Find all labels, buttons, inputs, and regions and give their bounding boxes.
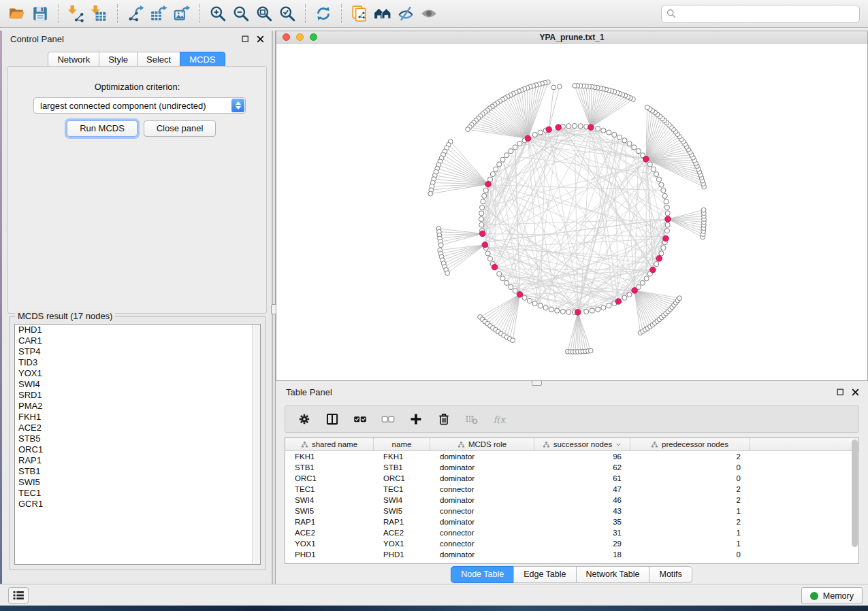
node-table[interactable]: shared namenameMCDS rolesuccessor nodesp… — [285, 437, 859, 564]
control-panel-title: Control Panel — [10, 34, 64, 44]
table-row[interactable]: FKH1FKH1dominator962 — [285, 451, 858, 462]
table-panel-tabs: Node TableEdge TableNetwork TableMotifs — [276, 566, 868, 583]
minimize-window-light[interactable] — [296, 33, 304, 41]
table-toolbar: f(x) — [285, 406, 859, 433]
list-icon — [12, 591, 25, 600]
import-network-from-file-icon[interactable] — [65, 3, 88, 24]
task-history-button[interactable] — [8, 587, 29, 604]
table-row[interactable]: ACE2ACE2connector311 — [285, 527, 858, 538]
search-box — [661, 5, 860, 23]
mcds-result-item[interactable]: CAR1 — [15, 335, 260, 346]
search-input[interactable] — [661, 5, 860, 23]
mcds-result-item[interactable]: SWI4 — [15, 379, 260, 390]
optimization-criterion-label: Optimization criterion: — [8, 82, 266, 92]
zoom-fit-content-icon[interactable] — [253, 3, 276, 24]
refresh-view-icon[interactable] — [312, 3, 335, 24]
select-all-checkboxes-icon[interactable] — [352, 411, 368, 427]
table-scrollbar[interactable] — [852, 440, 858, 547]
toolbar-separator — [117, 4, 118, 23]
desktop-wallpaper-bottom — [0, 606, 868, 611]
save-session-icon[interactable] — [29, 3, 52, 24]
add-column-icon[interactable] — [408, 411, 424, 427]
run-mcds-button[interactable]: Run MCDS — [67, 120, 138, 137]
control-panel: Control Panel NetworkStyleSelectMCDS Opt… — [2, 31, 272, 584]
mcds-result-item[interactable]: GCR1 — [15, 499, 260, 510]
toolbar-separator — [58, 4, 59, 23]
close-panel-icon[interactable] — [256, 35, 265, 44]
hide-selected-icon[interactable] — [394, 3, 417, 24]
export-network-icon[interactable] — [124, 3, 147, 24]
export-table-icon[interactable] — [147, 3, 170, 24]
close-window-light[interactable] — [283, 33, 290, 41]
close-panel-button[interactable]: Close panel — [144, 120, 216, 137]
mcds-result-item[interactable]: STB5 — [15, 433, 260, 444]
mcds-result-group: MCDS result (17 nodes) PHD1CAR1STP4TID3Y… — [9, 316, 266, 570]
zoom-in-icon[interactable] — [206, 3, 229, 24]
memory-button[interactable]: Memory — [801, 587, 863, 604]
mcds-pane: Optimization criterion: largest connecte… — [7, 66, 267, 314]
network-view-window: YPA_prune.txt_1 — [276, 31, 868, 381]
tab-network-table[interactable]: Network Table — [576, 566, 650, 583]
mcds-result-item[interactable]: SRD1 — [15, 390, 260, 401]
mcds-result-item[interactable]: STP4 — [15, 346, 260, 357]
zoom-out-icon[interactable] — [229, 3, 253, 24]
import-table-from-file-icon[interactable] — [88, 3, 111, 24]
mcds-result-title: MCDS result (17 nodes) — [15, 311, 115, 321]
column-header-name[interactable]: name — [374, 438, 430, 450]
zoom-selected-region-icon[interactable] — [276, 3, 299, 24]
table-row[interactable]: SWI4SWI4dominator462 — [285, 495, 858, 506]
toolbar-separator — [341, 4, 342, 23]
mcds-result-item[interactable]: ACE2 — [15, 423, 260, 433]
close-table-panel-icon[interactable] — [851, 388, 860, 397]
mcds-result-list[interactable]: PHD1CAR1STP4TID3YOX1SWI4SRD1PMA2FKH1ACE2… — [14, 324, 261, 565]
node-table-header[interactable]: shared namenameMCDS rolesuccessor nodesp… — [285, 438, 858, 451]
table-row[interactable]: SWI5SWI5connector431 — [285, 506, 858, 516]
mcds-result-item[interactable]: RAP1 — [15, 455, 260, 466]
optimization-criterion-value: largest connected component (undirected) — [40, 101, 206, 111]
table-row[interactable]: YOX1YOX1connector291 — [285, 538, 858, 549]
clone-network-icon[interactable] — [348, 3, 371, 24]
mcds-result-item[interactable]: PHD1 — [15, 325, 260, 335]
show-column-panel-icon[interactable] — [324, 411, 340, 427]
open-file-icon[interactable] — [5, 3, 29, 24]
mcds-result-item[interactable]: STB1 — [15, 466, 260, 477]
mcds-result-item[interactable]: ORC1 — [15, 444, 260, 455]
mcds-result-item[interactable]: TEC1 — [15, 488, 260, 499]
network-graph[interactable] — [276, 44, 867, 380]
column-header-shared-name[interactable]: shared name — [285, 438, 374, 450]
network-overview-icon[interactable] — [371, 3, 394, 24]
mcds-result-item[interactable]: TID3 — [15, 357, 260, 368]
delete-column-icon[interactable] — [436, 411, 452, 427]
tab-node-table[interactable]: Node Table — [451, 566, 514, 583]
deselect-all-checkboxes-icon[interactable] — [380, 411, 396, 427]
table-row[interactable]: ORC1ORC1dominator610 — [285, 473, 858, 484]
table-row[interactable]: PHD1PHD1dominator180 — [285, 549, 858, 560]
table-row[interactable]: RAP1RAP1dominator352 — [285, 516, 858, 527]
mcds-result-item[interactable]: SWI5 — [15, 477, 260, 488]
table-row[interactable]: TEC1TEC1connector472 — [285, 484, 858, 495]
mcds-result-item[interactable]: FKH1 — [15, 412, 260, 423]
status-bar: Memory — [0, 584, 868, 606]
delete-table-icon — [464, 411, 480, 427]
column-header-MCDS-role[interactable]: MCDS role — [430, 438, 534, 450]
column-header-successor-nodes[interactable]: successor nodes — [534, 438, 630, 450]
horizontal-splitter-handle[interactable] — [532, 380, 542, 386]
maximize-window-light[interactable] — [310, 33, 317, 41]
optimization-criterion-select[interactable]: largest connected component (undirected) — [33, 97, 246, 114]
show-all-icon[interactable] — [417, 3, 440, 24]
network-graph-canvas[interactable] — [276, 44, 867, 380]
column-header-predecessor-nodes[interactable]: predecessor nodes — [630, 438, 750, 450]
table-settings-icon[interactable] — [296, 411, 312, 427]
table-row[interactable]: STB1STB1dominator620 — [285, 462, 858, 473]
mcds-list-scrollbar[interactable] — [252, 325, 260, 564]
function-builder-icon: f(x) — [492, 411, 508, 427]
network-window-titlebar[interactable]: YPA_prune.txt_1 — [276, 31, 867, 44]
export-image-icon[interactable] — [170, 3, 193, 24]
float-panel-icon[interactable] — [241, 35, 250, 44]
sort-desc-icon — [615, 442, 622, 448]
tab-motifs[interactable]: Motifs — [649, 566, 692, 583]
float-table-panel-icon[interactable] — [836, 388, 845, 397]
mcds-result-item[interactable]: PMA2 — [15, 401, 260, 412]
tab-edge-table[interactable]: Edge Table — [513, 566, 576, 583]
mcds-result-item[interactable]: YOX1 — [15, 368, 260, 379]
